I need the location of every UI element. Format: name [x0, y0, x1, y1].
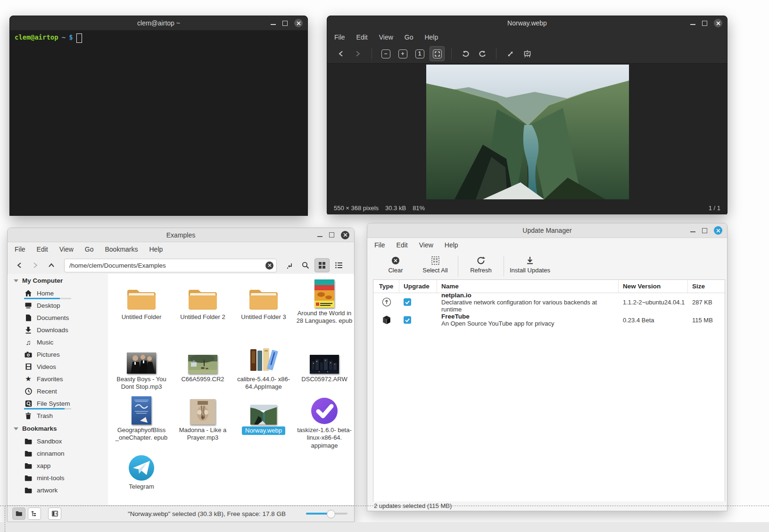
menu-edit[interactable]: Edit	[37, 246, 48, 253]
install-updates-button[interactable]: Install Updates	[507, 255, 553, 275]
sidebar-item-favorites[interactable]: ★ Favorites	[8, 373, 108, 385]
menu-help[interactable]: Help	[445, 241, 458, 249]
files-titlebar[interactable]: Examples	[8, 228, 354, 242]
column-size[interactable]: Size	[688, 280, 725, 293]
refresh-button[interactable]: Refresh	[461, 255, 501, 275]
grid-view-button[interactable]	[314, 258, 330, 272]
list-view-button[interactable]	[331, 259, 346, 272]
sidebar-item-xapp[interactable]: xapp	[8, 459, 108, 472]
expander-icon[interactable]	[14, 427, 18, 430]
sidebar-section-computer[interactable]: My Computer	[8, 274, 108, 287]
sidebar-item-filesystem[interactable]: File System	[8, 397, 108, 409]
file-item[interactable]: GeographyofBliss _oneChapter. epub	[112, 395, 171, 442]
slider-track[interactable]	[306, 513, 347, 515]
update-row[interactable]: FreeTubeAn Open Source YouTube app for p…	[373, 311, 725, 329]
column-type[interactable]: Type	[373, 280, 399, 293]
file-item[interactable]: Untitled Folder 3	[234, 282, 293, 321]
menu-edit[interactable]: Edit	[397, 241, 408, 249]
search-button[interactable]	[298, 259, 313, 272]
zoom-out-button[interactable]: −	[379, 47, 393, 61]
viewer-titlebar[interactable]: Norway.webp	[327, 16, 727, 30]
file-item[interactable]: Untitled Folder 2	[174, 282, 232, 321]
minimize-button[interactable]	[690, 231, 695, 232]
file-item[interactable]: Norway.webp	[234, 395, 293, 435]
column-upgrade[interactable]: Upgrade	[399, 280, 437, 293]
column-new-version[interactable]: New Version	[619, 280, 688, 293]
file-item[interactable]: Telegram	[112, 452, 171, 491]
sidebar-item-mint-tools[interactable]: mint-tools	[8, 472, 108, 484]
forward-button[interactable]	[28, 259, 42, 272]
previous-image-button[interactable]	[334, 47, 348, 61]
icon-zoom-slider[interactable]	[306, 508, 347, 519]
menu-view[interactable]: View	[419, 241, 433, 249]
close-button[interactable]	[714, 226, 722, 235]
menu-help[interactable]: Help	[424, 33, 438, 41]
hide-sidebar-button[interactable]	[48, 507, 61, 520]
menu-help[interactable]: Help	[149, 246, 163, 253]
minimize-button[interactable]	[317, 236, 322, 237]
file-item[interactable]: Untitled Folder	[112, 282, 171, 321]
sidebar-item-recent[interactable]: Recent	[8, 385, 108, 397]
toggle-location-entry-button[interactable]	[282, 259, 297, 272]
close-button[interactable]	[341, 231, 349, 239]
slideshow-button[interactable]	[520, 47, 534, 61]
column-name[interactable]: Name	[437, 280, 619, 293]
menu-file[interactable]: File	[15, 246, 25, 253]
menu-view[interactable]: View	[379, 33, 393, 41]
fullscreen-button[interactable]	[503, 47, 517, 61]
files-grid[interactable]: Untitled Folder Untitled Folder 2 Untitl…	[108, 274, 354, 506]
rotate-ccw-button[interactable]	[458, 47, 472, 61]
maximize-button[interactable]	[282, 21, 288, 26]
sidebar-item-trash[interactable]: Trash	[8, 409, 108, 422]
close-button[interactable]	[714, 19, 722, 27]
clear-button[interactable]: Clear	[376, 255, 415, 275]
best-fit-button[interactable]	[430, 46, 445, 61]
viewer-canvas[interactable]	[327, 64, 727, 201]
menu-file[interactable]: File	[374, 241, 385, 249]
zoom-in-button[interactable]: +	[396, 47, 410, 61]
minimize-button[interactable]	[271, 24, 276, 25]
file-item[interactable]: Around the World in 28 Languages. epub	[295, 278, 354, 325]
file-item[interactable]: C66A5959.CR2	[174, 344, 232, 383]
sidebar-item-home[interactable]: Home	[8, 287, 108, 299]
treeview-toggle-button[interactable]	[28, 507, 41, 520]
sidebar-item-music[interactable]: ♫ Music	[8, 336, 108, 348]
maximize-button[interactable]	[702, 228, 707, 233]
minimize-button[interactable]	[690, 24, 695, 25]
sidebar-item-documents[interactable]: Documents	[8, 311, 108, 324]
slider-knob[interactable]	[327, 510, 335, 518]
expander-icon[interactable]	[14, 279, 18, 282]
terminal-titlebar[interactable]: clem@airtop ~	[10, 16, 307, 30]
file-item[interactable]: DSC05972.ARW	[295, 344, 354, 383]
file-item[interactable]: Madonna - Like a Prayer.mp3	[174, 395, 232, 442]
file-item[interactable]: calibre-5.44.0- x86-64.AppImage	[234, 344, 293, 391]
menu-go[interactable]: Go	[85, 246, 94, 253]
menu-go[interactable]: Go	[405, 33, 413, 41]
zoom-normal-button[interactable]: 1	[413, 47, 427, 61]
sidebar-item-videos[interactable]: Videos	[8, 360, 108, 373]
next-image-button[interactable]	[351, 47, 365, 61]
maximize-button[interactable]	[702, 21, 707, 26]
sidebar-item-pictures[interactable]: Pictures	[8, 348, 108, 360]
sidebar-item-downloads[interactable]: Downloads	[8, 324, 108, 336]
menu-edit[interactable]: Edit	[356, 33, 368, 41]
upgrade-checkbox[interactable]	[404, 316, 411, 324]
update-row[interactable]: netplan.ioDeclarative network configurat…	[373, 293, 725, 311]
location-input[interactable]: /home/clem/Documents/Examples	[64, 259, 277, 272]
rotate-cw-button[interactable]	[475, 47, 489, 61]
sidebar-item-desktop[interactable]: Desktop	[8, 299, 108, 311]
sidebar-item-artwork[interactable]: artwork	[8, 484, 108, 496]
clear-location-button[interactable]	[265, 262, 273, 270]
up-button[interactable]	[44, 259, 58, 272]
updates-titlebar[interactable]: Update Manager	[367, 223, 727, 238]
file-item[interactable]: taskizer-1.6.0- beta-linux-x86-64. appim…	[295, 395, 354, 450]
sidebar-item-sandbox[interactable]: Sandbox	[8, 435, 108, 447]
close-button[interactable]	[294, 19, 303, 27]
menu-view[interactable]: View	[59, 246, 74, 253]
file-item[interactable]: Beasty Boys - You Dont Stop.mp3	[112, 344, 171, 391]
back-button[interactable]	[12, 259, 26, 272]
select-all-button[interactable]: Select All	[415, 255, 455, 275]
maximize-button[interactable]	[329, 232, 334, 237]
sidebar-item-cinnamon[interactable]: cinnamon	[8, 447, 108, 459]
sidebar-section-bookmarks[interactable]: Bookmarks	[8, 422, 108, 435]
